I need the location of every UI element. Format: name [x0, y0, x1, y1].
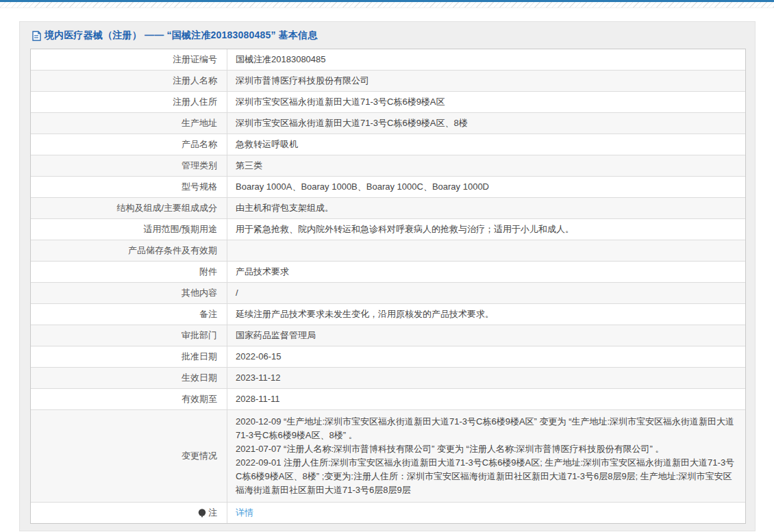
row-value: 2028-11-11: [227, 389, 745, 409]
table-row: 产品储存条件及有效期: [31, 240, 745, 262]
table-row: 批准日期 2022-06-15: [31, 346, 745, 368]
row-value: 详情: [227, 503, 745, 523]
table-row: 管理类别 第三类: [31, 155, 745, 177]
note-label-text: 注: [208, 506, 217, 520]
row-value: 国械注准20183080485: [227, 49, 745, 70]
registration-info-table: 注册证编号 国械注准20183080485 注册人名称 深圳市普博医疗科技股份有…: [30, 49, 746, 524]
document-icon: [32, 31, 41, 41]
row-value: 2022-06-15: [227, 346, 745, 367]
row-value: 延续注册产品技术要求未发生变化，沿用原核发的产品技术要求。: [227, 304, 745, 325]
row-value: 深圳市普博医疗科技股份有限公司: [227, 71, 745, 91]
row-label: 变更情况: [31, 410, 227, 502]
row-label: 产品储存条件及有效期: [31, 240, 227, 261]
row-value: 由主机和背包支架组成。: [227, 198, 745, 218]
table-row: 适用范围/预期用途 用于紧急抢救、院内院外转运和急诊科对呼衰病人的抢救与治疗；适…: [31, 219, 745, 240]
row-value: 国家药品监督管理局: [227, 325, 745, 346]
row-label: 注册证编号: [31, 49, 227, 70]
table-row: 其他内容 /: [31, 283, 745, 304]
change-history-entry: 2021-07-07 “注册人名称:深圳市普博科技有限公司” 变更为 “注册人名…: [236, 442, 737, 456]
row-label: 其他内容: [31, 283, 227, 303]
row-label: 注册人住所: [31, 92, 227, 112]
top-stripe-decoration: [0, 2, 774, 8]
table-row-change-history: 变更情况 2020-12-09 “生产地址:深圳市宝安区福永街道新田大道71-3…: [31, 410, 745, 503]
row-label: 注: [31, 503, 227, 523]
row-label: 产品名称: [31, 134, 227, 155]
row-label: 生产地址: [31, 113, 227, 134]
row-value: /: [227, 283, 745, 303]
table-row-note: 注 详情: [31, 503, 745, 523]
table-row: 产品名称 急救转运呼吸机: [31, 134, 745, 155]
table-row: 附件 产品技术要求: [31, 262, 745, 283]
table-row: 有效期至 2028-11-11: [31, 389, 745, 410]
table-row: 结构及组成/主要组成成分 由主机和背包支架组成。: [31, 198, 745, 219]
row-label: 型号规格: [31, 177, 227, 197]
row-value: 产品技术要求: [227, 262, 745, 282]
row-value: 2020-12-09 “生产地址:深圳市宝安区福永街道新田大道71-3号C栋6楼…: [227, 410, 745, 502]
table-row: 备注 延续注册产品技术要求未发生变化，沿用原核发的产品技术要求。: [31, 304, 745, 325]
table-row: 生产地址 深圳市宝安区福永街道新田大道71-3号C栋6楼9楼A区、8楼: [31, 113, 745, 134]
row-value: 深圳市宝安区福永街道新田大道71-3号C栋6楼9楼A区: [227, 92, 745, 112]
row-label: 批准日期: [31, 346, 227, 367]
row-value: 2023-11-12: [227, 368, 745, 388]
row-label: 注册人名称: [31, 71, 227, 91]
table-row: 生效日期 2023-11-12: [31, 368, 745, 389]
row-label: 附件: [31, 262, 227, 282]
row-value: 深圳市宝安区福永街道新田大道71-3号C栋6楼9楼A区、8楼: [227, 113, 745, 134]
table-row: 注册人名称 深圳市普博医疗科技股份有限公司: [31, 71, 745, 92]
row-label: 生效日期: [31, 368, 227, 388]
row-label: 适用范围/预期用途: [31, 219, 227, 240]
table-row: 审批部门 国家药品监督管理局: [31, 325, 745, 346]
page-title: 境内医疗器械（注册） —— “国械注准20183080485” 基本信息: [30, 28, 746, 49]
table-row: 注册证编号 国械注准20183080485: [31, 49, 745, 71]
bulb-icon: [198, 509, 206, 518]
table-row: 型号规格 Boaray 1000A、Boaray 1000B、Boaray 10…: [31, 177, 745, 198]
row-label: 结构及组成/主要组成成分: [31, 198, 227, 218]
row-value: Boaray 1000A、Boaray 1000B、Boaray 1000C、B…: [227, 177, 745, 197]
page-title-text: 境内医疗器械（注册） —— “国械注准20183080485” 基本信息: [45, 29, 318, 42]
row-label: 审批部门: [31, 325, 227, 346]
row-label: 有效期至: [31, 389, 227, 409]
row-value: 急救转运呼吸机: [227, 134, 745, 155]
change-history-entry: 2022-09-01 注册人住所:深圳市宝安区福永街道新田大道71-3号C栋6楼…: [236, 456, 737, 497]
table-row: 注册人住所 深圳市宝安区福永街道新田大道71-3号C栋6楼9楼A区: [31, 92, 745, 113]
row-value: [227, 240, 745, 261]
row-value: 第三类: [227, 155, 745, 176]
registration-info-panel: 境内医疗器械（注册） —— “国械注准20183080485” 基本信息 注册证…: [19, 21, 756, 531]
row-value: 用于紧急抢救、院内院外转运和急诊科对呼衰病人的抢救与治疗；适用于小儿和成人。: [227, 219, 745, 240]
change-history-entry: 2020-12-09 “生产地址:深圳市宝安区福永街道新田大道71-3号C栋6楼…: [236, 415, 737, 442]
row-label: 管理类别: [31, 155, 227, 176]
details-link[interactable]: 详情: [236, 506, 253, 520]
row-label: 备注: [31, 304, 227, 325]
